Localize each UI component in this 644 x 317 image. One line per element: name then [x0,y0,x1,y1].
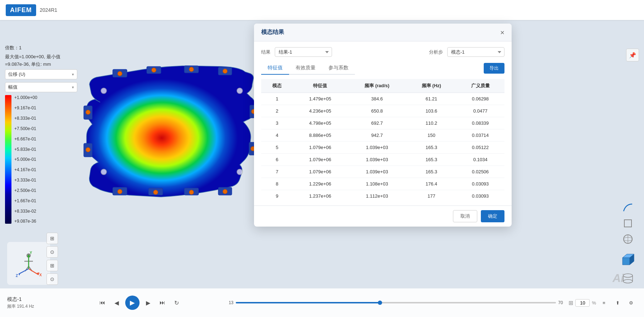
cancel-btn[interactable]: 取消 [453,210,477,222]
confirm-btn[interactable]: 确定 [481,210,504,222]
cell-eigenvalue: 1.237e+06 [293,190,347,200]
modal-body: 结果 结果-1 分析步 模态-1 特征值 有效质量 参与系数 导出 [254,41,512,205]
cell-mode: 8 [261,178,293,190]
cell-freq-hz: 110.2 [407,117,457,129]
cell-freq-rad: 692.7 [347,117,407,129]
cell-gen-mass: 0.08339 [456,117,504,129]
cell-eigenvalue: 1.229e+06 [293,178,347,190]
table-row: 6 1.079e+06 1.039e+03 165.3 0.1034 [261,154,504,166]
cell-freq-rad: 1.039e+03 [347,142,407,154]
cell-freq-hz: 165.3 [407,142,457,154]
modal-selectors-row: 结果 结果-1 分析步 模态-1 [261,47,504,57]
data-table: 模态 特征值 频率 (rad/s) 频率 (Hz) 广义质量 1 1.479e+… [261,79,504,200]
table-row: 4 8.886e+05 942.7 150 0.03714 [261,129,504,142]
result-label: 结果 [261,49,270,55]
cell-gen-mass: 0.03093 [456,178,504,190]
top-bar: AIFEM 2024R1 [0,0,644,20]
cell-freq-rad: 1.039e+03 [347,166,407,178]
col-mode: 模态 [261,79,293,93]
modal-tabs: 特征值 有效质量 参与系数 [261,62,355,75]
cell-gen-mass: 0.0477 [456,105,504,117]
modal-close-btn[interactable]: × [500,29,504,36]
cell-mode: 5 [261,142,293,154]
table-row: 2 4.236e+05 650.8 103.6 0.0477 [261,105,504,117]
tab-effective-mass[interactable]: 有效质量 [289,62,322,75]
col-gen-mass: 广义质量 [456,79,504,93]
table-scroll[interactable]: 模态 特征值 频率 (rad/s) 频率 (Hz) 广义质量 1 1.479e+… [261,78,504,200]
table-header-row: 模态 特征值 频率 (rad/s) 频率 (Hz) 广义质量 [261,79,504,93]
cell-mode: 4 [261,129,293,142]
app-logo: AIFEM [6,4,36,16]
col-freq-rad: 频率 (rad/s) [347,79,407,93]
cell-freq-hz: 165.3 [407,166,457,178]
cell-gen-mass: 0.1034 [456,154,504,166]
cell-eigenvalue: 1.079e+06 [293,142,347,154]
table-row: 8 1.229e+06 1.108e+03 176.4 0.03093 [261,178,504,190]
cell-freq-hz: 61.21 [407,93,457,105]
result-select[interactable]: 结果-1 [275,47,332,57]
cell-freq-hz: 176.4 [407,178,457,190]
cell-eigenvalue: 1.079e+06 [293,154,347,166]
step-select[interactable]: 模态-1 [447,47,504,57]
modal-header: 模态结果 × [254,24,512,41]
cell-eigenvalue: 1.079e+06 [293,166,347,178]
cell-eigenvalue: 4.798e+05 [293,117,347,129]
cell-freq-hz: 165.3 [407,154,457,166]
cell-eigenvalue: 4.236e+05 [293,105,347,117]
cell-gen-mass: 0.03714 [456,129,504,142]
modal-dialog: 模态结果 × 结果 结果-1 分析步 模态-1 特征值 有效质量 [254,24,512,227]
table-row: 9 1.237e+06 1.112e+03 177 0.03093 [261,190,504,200]
cell-freq-rad: 650.8 [347,105,407,117]
cell-gen-mass: 0.02506 [456,166,504,178]
tab-eigenvalue[interactable]: 特征值 [261,62,289,75]
tabs-export-row: 特征值 有效质量 参与系数 导出 [261,62,504,75]
cell-gen-mass: 0.05122 [456,142,504,154]
cell-mode: 6 [261,154,293,166]
table-row: 1 1.479e+05 384.6 61.21 0.06298 [261,93,504,105]
cell-gen-mass: 0.03093 [456,190,504,200]
cell-eigenvalue: 8.886e+05 [293,129,347,142]
step-label: 分析步 [429,49,443,55]
col-eigenvalue: 特征值 [293,79,347,93]
cell-freq-hz: 177 [407,190,457,200]
cell-freq-rad: 942.7 [347,129,407,142]
cell-mode: 7 [261,166,293,178]
cell-gen-mass: 0.06298 [456,93,504,105]
col-freq-hz: 频率 (Hz) [407,79,457,93]
modal-footer: 取消 确定 [254,205,512,227]
cell-freq-rad: 1.112e+03 [347,190,407,200]
tab-participation[interactable]: 参与系数 [322,62,355,75]
app-version: 2024R1 [40,7,57,13]
modal-title: 模态结果 [261,29,284,36]
table-row: 3 4.798e+05 692.7 110.2 0.08339 [261,117,504,129]
cell-freq-hz: 150 [407,129,457,142]
table-row: 5 1.079e+06 1.039e+03 165.3 0.05122 [261,142,504,154]
cell-freq-rad: 1.039e+03 [347,154,407,166]
cell-mode: 9 [261,190,293,200]
export-btn[interactable]: 导出 [484,63,504,74]
cell-mode: 2 [261,105,293,117]
table-row: 7 1.079e+06 1.039e+03 165.3 0.02506 [261,166,504,178]
cell-freq-rad: 384.6 [347,93,407,105]
cell-freq-hz: 103.6 [407,105,457,117]
cell-eigenvalue: 1.479e+05 [293,93,347,105]
modal-overlay: 模态结果 × 结果 结果-1 分析步 模态-1 特征值 有效质量 [0,20,644,317]
table-body: 1 1.479e+05 384.6 61.21 0.06298 2 4.236e… [261,93,504,200]
cell-mode: 3 [261,117,293,129]
cell-mode: 1 [261,93,293,105]
cell-freq-rad: 1.108e+03 [347,178,407,190]
